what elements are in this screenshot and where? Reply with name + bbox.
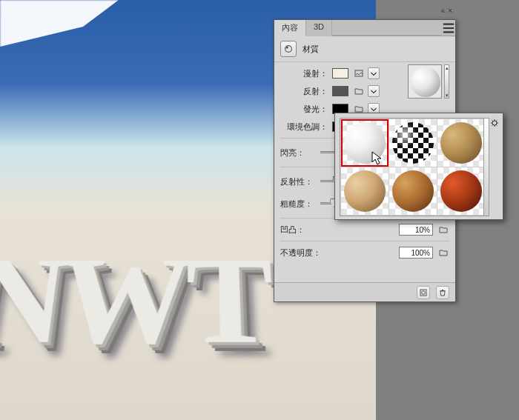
label-diffuse: 漫射： [280,68,332,79]
flyout-menu-gear-icon[interactable] [491,118,500,127]
diffuse-texture-icon[interactable] [353,68,365,79]
svg-point-1 [286,47,288,49]
label-ambient: 環境色調： [280,121,332,133]
label-bump: 凹凸： [280,224,326,236]
row-opacity: 不透明度： 100% [280,244,449,261]
reflection-folder-icon[interactable] [353,86,365,96]
tab-filler [332,20,442,36]
material-preview[interactable] [408,64,442,99]
delete-icon[interactable] [436,286,449,299]
bump-value-input[interactable]: 10% [399,224,433,236]
label-roughness: 粗糙度： [280,199,316,210]
separator [280,241,449,241]
label-reflectivity: 反射性： [280,176,316,187]
material-preset-white-marble[interactable] [341,119,389,167]
material-preview-scroll[interactable]: ▴ ▾ [444,64,449,99]
canvas-3d-text[interactable]: NWT [0,232,271,375]
panel-subheader: 材質 [274,36,455,62]
material-preset-wood[interactable] [341,167,389,215]
material-preview-sphere-icon [411,67,440,97]
panel-collapse-icon[interactable]: « [441,7,446,15]
new-material-icon[interactable] [417,286,430,299]
material-sphere-icon [344,170,386,212]
row-bump: 凹凸： 10% [280,221,449,238]
section-title: 材質 [303,44,319,55]
material-sphere-icon [392,170,434,212]
svg-point-4 [422,290,426,294]
material-grid [340,118,485,216]
material-preset-red-leather[interactable] [437,167,485,215]
flyout-scrollbar[interactable] [483,118,489,216]
material-preset-rough-brown[interactable] [389,167,437,215]
label-reflection: 反射： [280,86,332,97]
label-glow: 發光： [280,104,332,115]
opacity-folder-icon[interactable] [437,247,449,258]
panel-footer [274,282,455,301]
material-preset-fabric[interactable] [437,119,485,167]
tab-3d[interactable]: 3D [306,20,332,36]
canvas-decor-fabric [0,0,119,67]
diffuse-color-swatch[interactable] [332,68,348,79]
scroll-down-icon[interactable]: ▾ [445,93,449,98]
diffuse-dropdown-icon[interactable] [368,67,380,79]
material-sphere-icon [392,122,434,164]
panel-close-icon[interactable]: × [448,7,452,15]
material-picker-flyout [334,113,503,220]
reflection-dropdown-icon[interactable] [368,85,380,97]
scroll-up-icon[interactable]: ▴ [445,65,449,70]
opacity-value-input[interactable]: 100% [399,247,433,259]
panel-tabs: 內容 3D [274,20,455,36]
svg-point-5 [492,121,497,125]
bump-folder-icon[interactable] [437,224,449,235]
reflection-color-swatch[interactable] [332,86,348,96]
label-shine: 閃亮： [280,147,316,159]
material-preset-checker[interactable] [389,119,437,167]
label-opacity: 不透明度： [280,247,334,259]
panel-window-controls: « × [433,5,452,16]
tab-content[interactable]: 內容 [274,20,306,36]
material-mode-icon[interactable] [280,41,297,57]
material-sphere-icon [440,122,482,164]
panel-menu-icon[interactable] [442,20,455,36]
material-sphere-icon [344,122,386,164]
svg-point-0 [285,46,292,53]
material-sphere-icon [440,170,482,212]
